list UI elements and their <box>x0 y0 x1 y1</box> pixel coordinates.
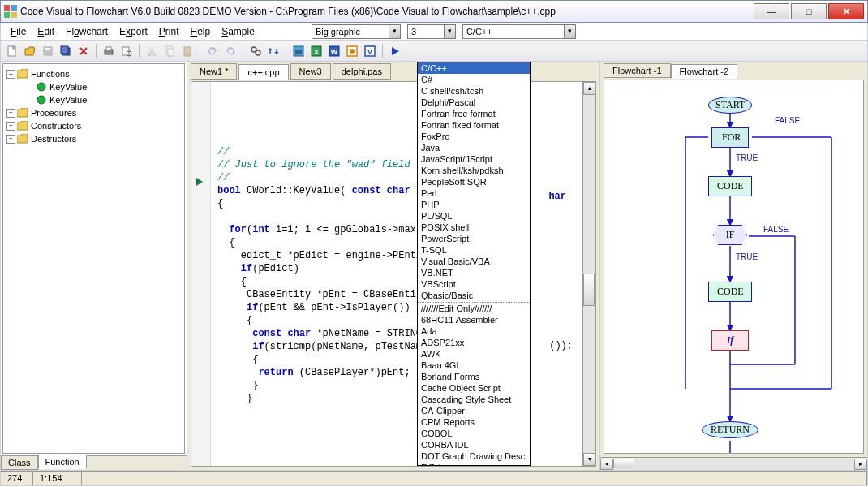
lang-option[interactable]: ///////Edit Only/////// <box>418 302 530 314</box>
lang-option[interactable]: POSIX shell <box>418 222 530 233</box>
expand-icon[interactable]: + <box>6 135 15 144</box>
graphic-size-combo[interactable]: Big graphic ▾ <box>312 24 401 39</box>
editor-vscroll[interactable]: ▴ ▾ <box>582 82 595 466</box>
flowchart-tab[interactable]: Flowchart -2 <box>671 64 738 79</box>
lang-option[interactable]: Fortran free format <box>418 108 530 119</box>
lang-option[interactable]: CPM Reports <box>418 416 530 428</box>
export-word-icon[interactable]: W <box>326 43 342 59</box>
maximize-button[interactable]: □ <box>791 3 827 19</box>
refresh-icon[interactable] <box>265 43 281 59</box>
lang-option[interactable]: JavaScript/JScript <box>418 153 530 165</box>
lang-option[interactable]: C shell/csh/tcsh <box>418 85 530 97</box>
copy-icon[interactable] <box>161 43 178 59</box>
menu-sample[interactable]: Sample <box>217 24 260 39</box>
file-tab[interactable]: New1 * <box>191 63 237 80</box>
scroll-up-icon[interactable]: ▴ <box>583 82 595 95</box>
language-dropdown-list[interactable]: C/C++C#C shell/csh/tcshDelphi/PascalFort… <box>417 62 531 466</box>
lang-option[interactable]: PHP <box>418 199 530 210</box>
lang-option[interactable]: Java <box>418 142 530 153</box>
scroll-thumb[interactable] <box>583 274 595 306</box>
file-tab[interactable]: delphi.pas <box>333 63 391 80</box>
lang-option[interactable]: Baan 4GL <box>418 360 530 371</box>
export-visio-icon[interactable]: V <box>362 43 378 59</box>
paste-icon[interactable] <box>179 43 196 59</box>
lang-option[interactable]: COBOL <box>418 428 530 439</box>
lang-option[interactable]: Korn shell/ksh/pdksh <box>418 165 530 176</box>
lang-option[interactable]: VBScript <box>418 278 530 290</box>
lang-option[interactable]: C# <box>418 74 530 85</box>
collapse-icon[interactable]: − <box>6 70 15 79</box>
lang-option[interactable]: FoxPro <box>418 131 530 142</box>
saveall-icon[interactable] <box>58 43 74 59</box>
scroll-track[interactable] <box>583 95 595 453</box>
redo-icon[interactable] <box>222 43 238 59</box>
lang-option[interactable]: Eiffel <box>418 462 530 466</box>
tree-folder-label[interactable]: Procedures <box>31 108 76 118</box>
menu-print[interactable]: Print <box>154 24 184 39</box>
lang-option[interactable]: Visual Basic/VBA <box>418 256 530 267</box>
tree-folder-label[interactable]: Constructors <box>31 121 81 131</box>
print-icon[interactable] <box>101 43 117 59</box>
lang-option[interactable]: PeopleSoft SQR <box>418 176 530 187</box>
code-editor[interactable]: // // Just to ignore the "wad" field // … <box>191 81 596 467</box>
tree-item-label[interactable]: KeyValue <box>49 95 87 105</box>
lang-option[interactable]: PL/SQL <box>418 210 530 222</box>
lang-option[interactable]: Qbasic/Basic <box>418 290 530 301</box>
lang-option[interactable]: CA-Clipper <box>418 405 530 416</box>
save-icon[interactable] <box>40 43 56 59</box>
run-icon[interactable] <box>387 43 403 59</box>
scroll-down-icon[interactable]: ▾ <box>583 453 595 466</box>
lang-option[interactable]: Perl <box>418 187 530 199</box>
tab-function[interactable]: Function <box>38 455 87 469</box>
find-icon[interactable] <box>247 43 264 59</box>
lang-option[interactable]: Borland Forms <box>418 371 530 382</box>
scroll-left-icon[interactable]: ◂ <box>600 459 613 470</box>
lang-option[interactable]: Delphi/Pascal <box>418 97 530 108</box>
lang-option[interactable]: Cache Object Script <box>418 382 530 394</box>
export-bmp-icon[interactable] <box>290 43 307 59</box>
new-icon[interactable] <box>4 43 20 59</box>
dropdown-icon[interactable]: ▾ <box>444 25 455 38</box>
delete-icon[interactable] <box>75 43 92 59</box>
expand-icon[interactable]: + <box>6 122 15 131</box>
file-tab[interactable]: c++.cpp <box>238 64 288 80</box>
lang-option[interactable]: T-SQL <box>418 244 530 256</box>
lang-option[interactable]: AWK <box>418 348 530 360</box>
tab-class[interactable]: Class <box>1 456 38 470</box>
lang-option[interactable]: CORBA IDL <box>418 439 530 450</box>
lang-option[interactable]: Ada <box>418 325 530 337</box>
undo-icon[interactable] <box>204 43 221 59</box>
cut-icon[interactable] <box>144 43 160 59</box>
scroll-thumb[interactable] <box>613 459 634 468</box>
flowchart-hscroll[interactable]: ◂ ▸ <box>600 457 867 470</box>
menu-edit[interactable]: Edit <box>32 24 59 39</box>
expand-icon[interactable]: + <box>6 109 15 118</box>
tree-item-label[interactable]: KeyValue <box>49 82 87 92</box>
lang-option[interactable]: DOT Graph Drawing Desc. <box>418 450 530 462</box>
language-combo[interactable]: C/C++ ▾ <box>462 24 576 39</box>
dropdown-icon[interactable]: ▾ <box>564 25 575 38</box>
export-excel-icon[interactable]: X <box>308 43 324 59</box>
lang-option[interactable]: ADSP21xx <box>418 337 530 348</box>
menu-file[interactable]: File <box>6 24 31 39</box>
scroll-right-icon[interactable]: ▸ <box>854 459 867 470</box>
menu-export[interactable]: Export <box>114 24 153 39</box>
lang-option[interactable]: Cascading Style Sheet <box>418 394 530 405</box>
lang-option[interactable]: C/C++ <box>418 62 530 74</box>
tree-folder-label[interactable]: Destructors <box>31 134 76 144</box>
dropdown-icon[interactable]: ▾ <box>389 25 400 38</box>
close-button[interactable]: ✕ <box>828 3 864 19</box>
flowchart-tab[interactable]: Flowchart -1 <box>604 63 671 78</box>
function-tree[interactable]: −Functions KeyValue KeyValue +Procedures… <box>2 63 185 454</box>
export-svg-icon[interactable] <box>344 43 360 59</box>
open-icon[interactable] <box>22 43 38 59</box>
file-tab[interactable]: New3 <box>290 63 331 80</box>
menu-help[interactable]: Help <box>185 24 215 39</box>
lang-option[interactable]: Fortran fixed format <box>418 119 530 131</box>
minimize-button[interactable]: — <box>754 3 789 19</box>
lang-option[interactable]: PowerScript <box>418 233 530 244</box>
scroll-track[interactable] <box>613 459 854 470</box>
lang-option[interactable]: VB.NET <box>418 267 530 278</box>
flowchart-canvas[interactable]: START FOR CODE IF CODE If RETURN END FAL… <box>604 80 864 454</box>
lang-option[interactable]: 68HC11 Assembler <box>418 314 530 325</box>
